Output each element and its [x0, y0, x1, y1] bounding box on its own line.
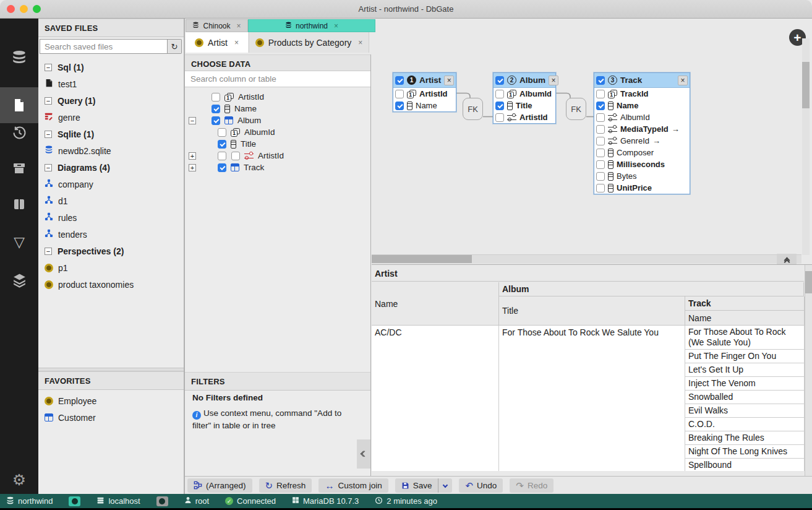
saved-files-group-sqlite[interactable]: − Sqlite (1) [38, 126, 184, 142]
scrollbar-thumb[interactable] [802, 62, 810, 108]
tab-group-chinook[interactable]: Chinook × [186, 19, 248, 32]
close-icon[interactable]: × [549, 76, 558, 85]
node-column-row[interactable]: Bytes [594, 170, 690, 182]
database-icon[interactable] [0, 40, 38, 76]
close-icon[interactable]: × [358, 38, 362, 47]
choose-data-row-albumid[interactable]: 1 AlbumId [185, 126, 370, 138]
checkbox[interactable] [218, 152, 226, 160]
cell-track-name[interactable]: Evil Walks [685, 404, 804, 418]
undo-button[interactable]: ↶ Undo [459, 478, 503, 493]
minimize-window-button[interactable] [20, 5, 28, 13]
refresh-button[interactable]: ↻ Refresh [259, 478, 312, 493]
saved-file-item[interactable]: p1 [38, 259, 184, 276]
node-column-row[interactable]: Milliseconds [594, 158, 690, 170]
node-column-row[interactable]: 1 TrackId [594, 88, 690, 100]
save-dropdown-button[interactable] [438, 478, 452, 493]
canvas-vertical-scrollbar[interactable] [802, 38, 810, 255]
checkbox[interactable] [218, 140, 226, 149]
close-window-button[interactable] [7, 5, 15, 13]
checkbox[interactable] [596, 184, 605, 192]
history-icon[interactable] [0, 115, 38, 150]
saved-files-group-sql[interactable]: − Sql (1) [38, 59, 184, 76]
close-icon[interactable]: × [334, 22, 338, 30]
saved-file-item[interactable]: rules [38, 209, 184, 226]
node-column-row[interactable]: 1 AlbumId [494, 88, 555, 100]
column-header-album[interactable]: Album [499, 282, 804, 296]
redo-button[interactable]: ↷ Redo [510, 478, 553, 493]
saved-file-item[interactable]: genre [38, 109, 184, 126]
book-icon[interactable] [0, 186, 38, 222]
cell-track-name[interactable]: Inject The Venom [685, 377, 804, 391]
saved-file-item[interactable]: test1 [38, 76, 184, 92]
cell-track-name[interactable]: Night Of The Long Knives [685, 445, 804, 459]
expand-reference-arrow-icon[interactable]: → [672, 124, 680, 134]
checkbox[interactable] [596, 125, 605, 134]
node-column-row[interactable]: UnitPrice [594, 182, 690, 194]
expand-reference-arrow-icon[interactable]: → [652, 136, 660, 145]
node-header[interactable]: 1 Artist × [393, 73, 456, 88]
checkbox[interactable] [395, 90, 404, 98]
close-icon[interactable]: × [237, 22, 241, 30]
saved-files-search-input[interactable] [40, 39, 168, 54]
scrollbar-thumb[interactable] [805, 271, 812, 293]
checkbox[interactable] [495, 90, 504, 98]
expand-icon[interactable]: + [189, 164, 196, 171]
close-icon[interactable]: × [678, 76, 688, 85]
collapse-icon[interactable]: − [45, 64, 52, 71]
collapse-icon[interactable]: − [45, 131, 52, 138]
choose-data-row-artistid[interactable]: 1 ArtistId [185, 91, 370, 103]
collapse-icon[interactable]: − [189, 117, 196, 124]
close-icon[interactable]: × [234, 38, 239, 47]
canvas-horizontal-scrollbar[interactable] [372, 254, 801, 264]
tab-group-northwind[interactable]: northwind × [248, 19, 375, 32]
choose-data-row-album[interactable]: − Album [185, 115, 370, 126]
node-column-row[interactable]: GenreId → [594, 135, 690, 147]
node-header[interactable]: 2 Album × [494, 73, 555, 88]
choose-data-row-track[interactable]: + Track [185, 162, 370, 173]
diagram-node-track[interactable]: 3 Track × 1 TrackId Name AlbumId [594, 72, 690, 194]
diagram-node-artist[interactable]: 1 Artist × 1 ArtistId Name [393, 72, 456, 112]
saved-file-item[interactable]: product taxonomies [38, 276, 184, 293]
choose-data-row-artistid-fk[interactable]: + ArtistId [185, 150, 370, 162]
database-color-badge-teal[interactable] [69, 496, 80, 506]
perspective-designer-canvas[interactable]: FK FK 1 Artist × 1 ArtistId Name [372, 19, 812, 264]
choose-data-search-input[interactable] [185, 71, 370, 87]
checkbox[interactable] [596, 113, 605, 122]
node-column-row[interactable]: Name [594, 100, 690, 111]
refresh-icon[interactable]: ↻ [168, 39, 182, 54]
saved-files-group-perspectives[interactable]: − Perspectives (2) [38, 243, 184, 259]
zoom-window-button[interactable] [33, 5, 41, 13]
cell-track-name[interactable]: For Those About To Rock (We Salute You) [685, 326, 804, 350]
cell-track-name[interactable]: Let's Get It Up [685, 363, 804, 377]
cell-track-name[interactable]: Breaking The Rules [685, 431, 804, 445]
collapse-icon[interactable]: − [45, 164, 52, 171]
checkbox[interactable] [218, 128, 226, 137]
collapse-panel-button[interactable] [357, 439, 370, 469]
node-column-row[interactable]: ArtistId [494, 111, 555, 123]
favorite-item-employee[interactable]: Employee [38, 392, 184, 409]
checkbox[interactable] [495, 76, 504, 85]
cell-album-title[interactable]: For Those About To Rock We Salute You [499, 326, 685, 471]
saved-file-item[interactable]: d1 [38, 192, 184, 209]
column-header-track-name[interactable]: Name [685, 311, 805, 326]
checkbox[interactable] [596, 172, 605, 181]
cell-artist-name[interactable]: AC/DC [372, 326, 499, 471]
settings-gear-icon[interactable]: ⚙ [0, 462, 38, 498]
checkbox[interactable] [495, 113, 504, 122]
checkbox[interactable] [596, 137, 605, 145]
choose-data-row-title[interactable]: Title [185, 138, 370, 150]
custom-join-button[interactable]: ↔ Custom join [318, 478, 388, 493]
choose-data-row-name[interactable]: Name [185, 103, 370, 115]
saved-file-item[interactable]: newdb2.sqlite [38, 142, 184, 159]
filter-triangle-icon[interactable]: ▽ [0, 224, 38, 260]
checkbox[interactable] [218, 163, 226, 172]
cell-track-name[interactable]: Spellbound [685, 459, 804, 471]
node-column-row[interactable]: 1 ArtistId [393, 88, 456, 100]
cell-track-name[interactable]: Put The Finger On You [685, 350, 804, 363]
expand-icon[interactable]: + [189, 152, 196, 160]
collapse-icon[interactable]: − [45, 97, 52, 105]
collapse-icon[interactable]: − [45, 248, 52, 255]
node-column-row[interactable]: AlbumId [594, 111, 690, 123]
archive-icon[interactable] [0, 150, 38, 186]
statusbar-database[interactable]: northwind [6, 496, 53, 506]
